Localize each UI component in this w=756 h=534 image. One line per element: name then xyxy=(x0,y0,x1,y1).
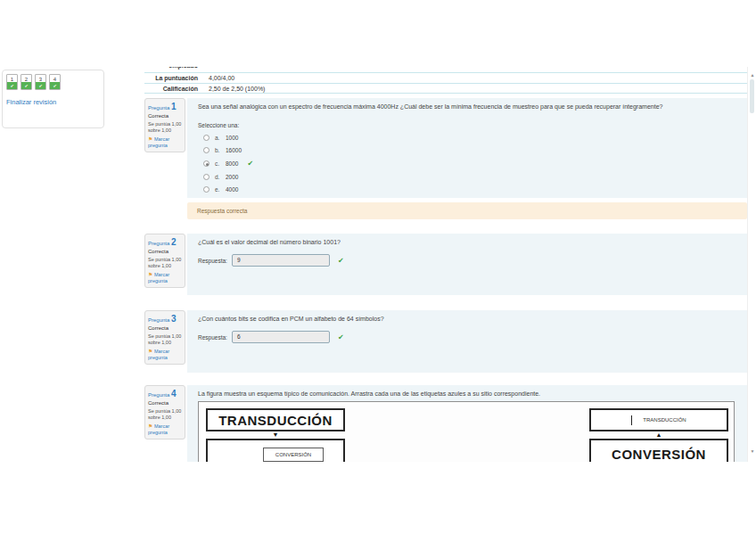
correct-check-icon: ✔ xyxy=(247,160,253,168)
question-2-answer-row: Respuesta: 9 ✔ xyxy=(198,254,747,267)
finish-review-link[interactable]: Finalizar revisión xyxy=(6,98,100,106)
question-1-prompt: Seleccione una: xyxy=(187,110,747,128)
question-4-flag-link[interactable]: ⚑ Marcarpregunta xyxy=(148,423,182,436)
question-1-feedback: Respuesta correcta xyxy=(187,202,747,219)
flag-icon: ⚑ xyxy=(148,272,152,277)
summary-row-marks: La puntuación 4,00/4,00 xyxy=(144,72,747,83)
question-4-points: Se puntúa 1,00sobre 1,00 xyxy=(148,408,182,421)
question-4-status: Correcta xyxy=(148,400,182,406)
radio-icon[interactable] xyxy=(203,186,210,193)
question-1-content: Sea una señal analógica con un espectro … xyxy=(187,98,747,198)
nav-q3-correct-check-icon: ✔ xyxy=(36,82,45,89)
flag-icon: ⚑ xyxy=(148,136,152,142)
question-3-content: ¿Con cuántos bits se codifica en PCM un … xyxy=(187,310,747,373)
question-3-text: ¿Con cuántos bits se codifica en PCM un … xyxy=(187,310,747,322)
correct-check-icon: ✔ xyxy=(338,333,344,341)
communication-diagram: TRANSDUCCIÓN ▼ CONVERSIÓN TRANSDUCCIÓN ▲… xyxy=(198,401,735,462)
summary-label-clipped: empleado xyxy=(144,67,209,69)
scroll-up-icon[interactable]: ▲ xyxy=(749,72,756,78)
arrow-up-icon: ▲ xyxy=(589,431,728,439)
right-drop-zone-box: TRANSDUCCIÓN xyxy=(589,408,728,431)
diagram-right-column: TRANSDUCCIÓN ▲ CONVERSIÓN xyxy=(589,408,728,462)
transduccion-drag-label[interactable]: TRANSDUCCIÓN xyxy=(631,415,686,425)
flag-icon: ⚑ xyxy=(148,349,152,354)
grade-label: Calificación xyxy=(144,86,209,92)
scroll-down-icon[interactable]: ▼ xyxy=(749,448,756,454)
question-4-info-box: Pregunta 4 Correcta Se puntúa 1,00sobre … xyxy=(144,385,185,440)
nav-q2-correct-check-icon: ✔ xyxy=(21,82,31,89)
question-3-points: Se puntúa 1,00sobre 1,00 xyxy=(148,333,182,346)
conversion-drag-label[interactable]: CONVERSIÓN xyxy=(263,448,324,462)
question-3-title: Pregunta 3 xyxy=(148,314,182,324)
grade-value: 2,50 de 2,50 (100%) xyxy=(209,86,265,92)
question-2-points: Se puntúa 1,00sobre 1,00 xyxy=(148,257,182,269)
nav-q4-correct-check-icon: ✔ xyxy=(50,82,60,89)
answer-label: Respuesta: xyxy=(198,334,227,341)
question-3-status: Correcta xyxy=(148,325,182,331)
question-4-text: La figura muestra un esquema típico de c… xyxy=(187,385,747,397)
question-1-status: Correcta xyxy=(148,113,182,119)
question-2-info-box: Pregunta 2 Correcta Se puntúa 1,00sobre … xyxy=(144,234,185,288)
nav-button-q4[interactable]: 4 ✔ xyxy=(49,74,61,90)
nav-button-q2[interactable]: 2 ✔ xyxy=(21,74,32,90)
question-1-option-e[interactable]: e. 4000 xyxy=(203,186,747,193)
right-conversion-box: CONVERSIÓN xyxy=(589,439,728,462)
quiz-review-page: 1 ✔ 2 ✔ 3 ✔ 4 ✔ Finalizar revisión emple… xyxy=(0,0,756,534)
question-1-option-d[interactable]: d. 2000 xyxy=(203,174,747,180)
question-3-flag-link[interactable]: ⚑ Marcarpregunta xyxy=(148,349,182,361)
radio-icon[interactable] xyxy=(203,135,210,141)
quiz-navigation-block: 1 ✔ 2 ✔ 3 ✔ 4 ✔ Finalizar revisión xyxy=(2,70,104,128)
question-4-title: Pregunta 4 xyxy=(148,389,182,398)
radio-icon[interactable] xyxy=(203,147,210,153)
question-2-content: ¿Cuál es el valor decimal del número bin… xyxy=(187,234,747,295)
question-1-title: Pregunta 1 xyxy=(148,102,182,111)
radio-icon[interactable] xyxy=(203,174,210,180)
question-2-flag-link[interactable]: ⚑ Marcarpregunta xyxy=(148,272,182,284)
attempt-summary-table: empleado La puntuación 4,00/4,00 Calific… xyxy=(144,67,747,94)
scrollbar-thumb[interactable] xyxy=(750,79,754,113)
correct-check-icon: ✔ xyxy=(338,257,344,265)
question-2-status: Correcta xyxy=(148,249,182,254)
flag-icon: ⚑ xyxy=(148,423,152,429)
question-4-content: La figura muestra un esquema típico de c… xyxy=(187,385,747,462)
question-3-answer-row: Respuesta: 6 ✔ xyxy=(198,331,747,343)
nav-button-q1[interactable]: 1 ✔ xyxy=(6,74,18,90)
arrow-down-icon: ▼ xyxy=(206,431,345,439)
left-drop-zone-box: CONVERSIÓN xyxy=(206,439,345,462)
question-3-info-box: Pregunta 3 Correcta Se puntúa 1,00sobre … xyxy=(144,310,185,365)
answer-label: Respuesta: xyxy=(198,258,227,264)
left-transduccion-box: TRANSDUCCIÓN xyxy=(206,408,345,431)
question-3-answer-input[interactable]: 6 xyxy=(232,331,330,343)
question-1-option-b[interactable]: b. 16000 xyxy=(203,147,747,153)
question-1-flag-link[interactable]: ⚑ Marcarpregunta xyxy=(148,136,182,149)
question-1-info-box: Pregunta 1 Correcta Se puntúa 1,00sobre … xyxy=(144,98,185,152)
marks-label: La puntuación xyxy=(144,75,209,81)
nav-button-q3[interactable]: 3 ✔ xyxy=(35,74,46,90)
summary-row-grade: Calificación 2,50 de 2,50 (100%) xyxy=(144,83,747,94)
question-2-text: ¿Cuál es el valor decimal del número bin… xyxy=(187,234,747,245)
question-2-answer-input[interactable]: 9 xyxy=(232,254,330,267)
question-1-option-c-selected[interactable]: c. 8000 ✔ xyxy=(203,160,747,168)
nav-q1-correct-check-icon: ✔ xyxy=(7,82,17,89)
radio-selected-icon[interactable] xyxy=(203,160,210,167)
diagram-left-column: TRANSDUCCIÓN ▼ CONVERSIÓN xyxy=(206,408,345,462)
question-1-text: Sea una señal analógica con un espectro … xyxy=(187,98,747,110)
question-nav-buttons: 1 ✔ 2 ✔ 3 ✔ 4 ✔ xyxy=(6,74,100,90)
question-1-points: Se puntúa 1,00sobre 1,00 xyxy=(148,121,182,134)
vertical-scrollbar[interactable]: ▲ ▼ xyxy=(747,67,756,462)
question-1-option-a[interactable]: a. 1000 xyxy=(203,135,747,141)
question-2-title: Pregunta 2 xyxy=(148,237,182,247)
marks-value: 4,00/4,00 xyxy=(209,75,234,81)
text-cursor-icon xyxy=(631,415,632,425)
